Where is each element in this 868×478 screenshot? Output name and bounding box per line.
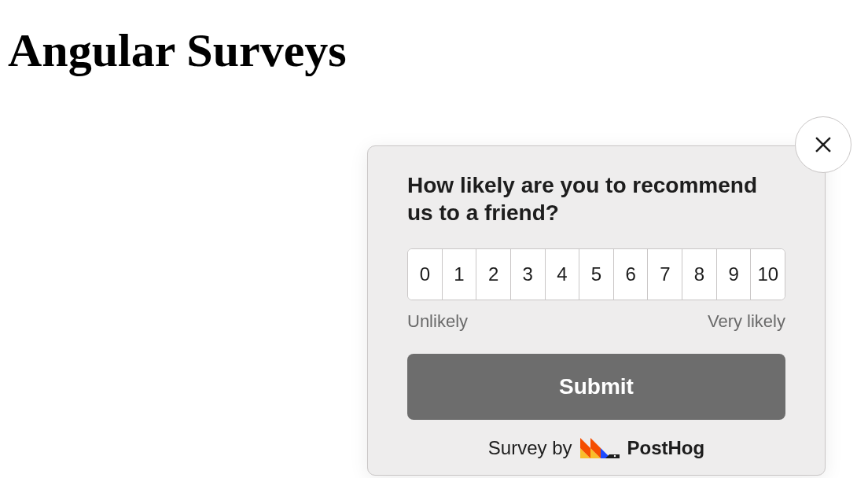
survey-widget: How likely are you to recommend us to a … [367,145,826,476]
rating-option-9[interactable]: 9 [717,249,752,300]
survey-question: How likely are you to recommend us to a … [407,171,785,226]
branding-prefix: Survey by [488,437,572,459]
submit-button[interactable]: Submit [407,354,785,420]
rating-option-7[interactable]: 7 [648,249,682,300]
rating-option-8[interactable]: 8 [682,249,717,300]
rating-option-0[interactable]: 0 [408,249,443,300]
rating-option-2[interactable]: 2 [476,249,511,300]
close-button[interactable] [795,116,851,173]
posthog-logo-icon [580,438,620,458]
svg-point-8 [613,455,615,457]
close-icon [812,134,834,156]
rating-high-label: Very likely [708,311,785,332]
survey-branding[interactable]: Survey by PostHog [407,437,785,459]
rating-option-5[interactable]: 5 [579,249,614,300]
rating-option-10[interactable]: 10 [751,249,785,300]
rating-option-3[interactable]: 3 [511,249,546,300]
rating-option-4[interactable]: 4 [546,249,580,300]
rating-low-label: Unlikely [407,311,468,332]
page-title: Angular Surveys [0,0,868,86]
rating-option-1[interactable]: 1 [443,249,477,300]
rating-scale: 0 1 2 3 4 5 6 7 8 9 10 [407,248,785,300]
rating-labels: Unlikely Very likely [407,311,785,332]
rating-option-6[interactable]: 6 [614,249,649,300]
branding-name: PostHog [627,437,705,459]
